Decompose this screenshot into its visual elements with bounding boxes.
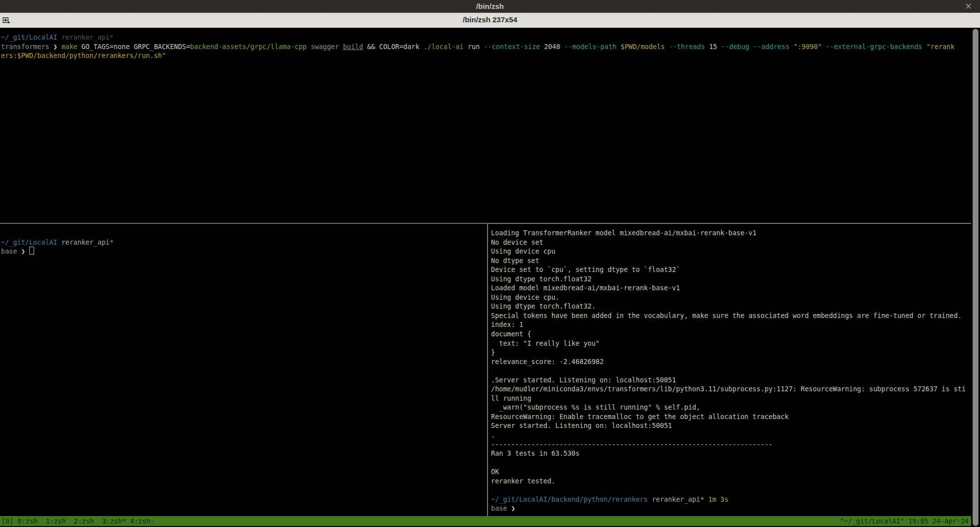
- tmux-window-list[interactable]: [0] 0:zsh 1:zsh 2:zsh 3:zsh* 4:zsh-: [1, 516, 154, 526]
- terminal-line: Using dtype torch.float32.: [491, 302, 969, 311]
- tmux-status-bar: [0] 0:zsh 1:zsh 2:zsh 3:zsh* 4:zsh- "~/_…: [0, 516, 971, 526]
- terminal-cursor: [29, 247, 34, 255]
- terminal-line: Special tokens have been added in the vo…: [491, 311, 969, 320]
- terminal-line: ~/_git/LocalAI reranker_api*: [1, 238, 484, 247]
- pane-top-shell[interactable]: ~/_git/LocalAI reranker_api*transformers…: [1, 33, 969, 60]
- terminal-line: [491, 485, 969, 495]
- terminal-line: base ❯: [491, 504, 969, 513]
- terminal-line: No dtype set: [491, 256, 969, 265]
- terminal-line: [491, 366, 969, 375]
- terminal-line: ers:$PWD/backend/python/rerankers/run.sh…: [1, 51, 969, 60]
- terminal-line: Loading TransformerRanker model mixedbre…: [491, 228, 969, 238]
- terminal-line: _warn("subprocess %s is still running" %…: [491, 403, 969, 412]
- pane-border-horizontal[interactable]: [487, 223, 971, 224]
- terminal-line: [491, 458, 969, 468]
- terminal-line: [1, 228, 484, 238]
- scrollbar-thumb[interactable]: [973, 29, 979, 526]
- terminal-line: Using dtype torch.float32: [491, 274, 969, 284]
- scrollbar-track[interactable]: [971, 28, 980, 527]
- terminal-line: .: [491, 430, 969, 440]
- terminal-line: Device set to `cpu`, setting dtype to `f…: [491, 265, 969, 274]
- terminal-line: .Server started. Listening on: localhost…: [491, 375, 969, 385]
- terminal-line: No device set: [491, 238, 969, 247]
- terminal-line: index: 1: [491, 320, 969, 329]
- pane-border-vertical[interactable]: [487, 223, 488, 517]
- terminal-line: ~/_git/LocalAI reranker_api*: [1, 33, 969, 42]
- terminal-line: base ❯: [1, 247, 484, 256]
- terminal-line: transformers ❯ make GO_TAGS=none GRPC_BA…: [1, 42, 969, 52]
- terminal-line: Using device cpu: [491, 247, 969, 256]
- terminal-line: /home/mudler/miniconda3/envs/transformer…: [491, 384, 969, 394]
- close-icon[interactable]: ×: [965, 0, 972, 11]
- terminal-line: Loaded model mixedbread-ai/mxbai-rerank-…: [491, 283, 969, 293]
- terminal-line: Ran 3 tests in 63.530s: [491, 449, 969, 458]
- tmux-session-info: "~/_git/LocalAI" 19:05 24-Apr-24: [840, 516, 969, 526]
- pane-border-horizontal-active[interactable]: [0, 223, 487, 224]
- terminal-line: relevance_score: -2.46826982: [491, 357, 969, 367]
- pane-bottom-right-output[interactable]: Loading TransformerRanker model mixedbre…: [491, 228, 969, 513]
- window-titlebar[interactable]: /bin/zsh ×: [0, 0, 980, 12]
- terminal-line: ~/_git/LocalAI/backend/python/rerankers …: [491, 495, 969, 504]
- terminal-line: ----------------------------------------…: [491, 440, 969, 449]
- tmux-session: ~/_git/LocalAI reranker_api*transformers…: [0, 28, 980, 517]
- terminal-line: reranker tested.: [491, 476, 969, 486]
- window-title: /bin/zsh: [0, 2, 980, 10]
- terminal-line: Server started. Listening on: localhost:…: [491, 421, 969, 430]
- terminal-line: text: "I really like you": [491, 339, 969, 348]
- terminal-line: }: [491, 348, 969, 357]
- terminal-window: /bin/zsh × ⊞ ▾ /bin/zsh 237x54 ~/_git/Lo…: [0, 0, 980, 527]
- terminal-line: Using device cpu.: [491, 293, 969, 302]
- terminal-line: ResourceWarning: Enable tracemalloc to g…: [491, 412, 969, 422]
- terminal-line: ll running: [491, 394, 969, 403]
- terminal-line: OK: [491, 467, 969, 476]
- tab-bar: ⊞ ▾ /bin/zsh 237x54: [0, 12, 980, 28]
- tab-title: /bin/zsh 237x54: [0, 15, 980, 24]
- terminal-line: document {: [491, 329, 969, 339]
- pane-bottom-left-shell[interactable]: ~/_git/LocalAI reranker_api*base ❯: [1, 228, 484, 256]
